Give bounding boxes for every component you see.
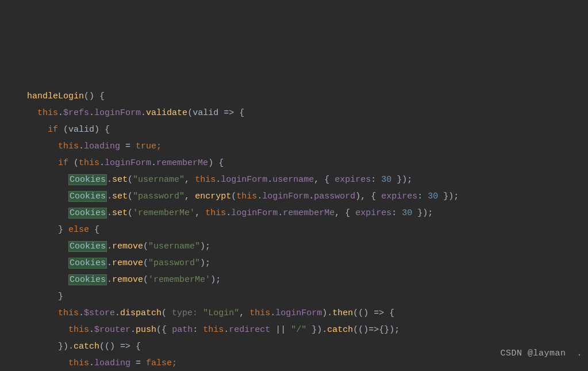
brace-close: } [58, 225, 68, 235]
method-then: then [332, 308, 353, 318]
code-line: } else { [11, 225, 99, 235]
keyword-this: this [37, 108, 58, 118]
highlight-cookies: Cookies [68, 191, 107, 202]
method-remove: remove [112, 275, 143, 285]
highlight-cookies: Cookies [68, 274, 107, 285]
code-line: if (valid) { [11, 125, 110, 135]
paren-open: ( [68, 158, 79, 168]
property: loginForm [221, 175, 267, 185]
equals: = [130, 358, 146, 368]
condition: (valid) { [58, 125, 110, 135]
property: loginForm [231, 208, 278, 218]
brace-close: } [58, 292, 63, 301]
property: $router [94, 325, 130, 335]
semicolon: ; [172, 358, 177, 368]
highlight-cookies: Cookies [68, 174, 107, 185]
keyword-if: if [48, 125, 58, 135]
code-line: Cookies.remove("username"); [11, 241, 210, 252]
keyword-this: this [79, 158, 99, 168]
property: $store [84, 308, 115, 318]
code-line: Cookies.set('rememberMe', this.loginForm… [11, 208, 433, 219]
highlight-cookies: Cookies [68, 258, 107, 269]
method-catch: catch [74, 342, 99, 351]
code-line: handleLogin() { [11, 91, 105, 101]
string-literal: 'rememberMe' [133, 208, 195, 218]
code-line: }).catch(() => { [11, 342, 141, 351]
code-line: if (this.loginForm.rememberMe) { [11, 158, 224, 168]
brace-open: { [89, 225, 99, 235]
code-line: this.loading = false; [11, 358, 177, 368]
code-line: this.$refs.loginForm.validate(valid => { [11, 108, 244, 118]
keyword-this: this [58, 308, 79, 318]
highlight-cookies: Cookies [68, 241, 107, 252]
keyword-false: false [146, 358, 172, 368]
method-remove: remove [112, 258, 143, 268]
method-call: validate [146, 108, 187, 118]
number-literal: 30 [381, 175, 391, 185]
code-line: Cookies.remove('rememberMe'); [11, 274, 221, 285]
property: loading [94, 358, 130, 368]
keyword-this: this [249, 308, 270, 318]
string-literal: "Login" [203, 308, 239, 318]
property: expires [335, 175, 371, 185]
arrow: => { [368, 308, 394, 318]
keyword-true: true [136, 141, 156, 151]
arrow-fn: (()=>{}); [353, 325, 399, 335]
property: expires [381, 192, 417, 201]
code-line: this.$store.dispatch( type: "Login", thi… [11, 308, 394, 318]
property: username [272, 175, 314, 185]
property: rememberMe [156, 158, 208, 168]
keyword-this: this [203, 325, 224, 335]
method-set: set [112, 208, 128, 218]
function-call: encrypt [195, 192, 231, 201]
chain-close: }). [58, 342, 74, 351]
parameter-hint: type: [167, 308, 203, 318]
paren-close: ) { [208, 158, 224, 168]
parameter: valid [193, 108, 218, 118]
string-literal: "password" [133, 192, 185, 201]
code-line: this.loading = true; [11, 141, 162, 151]
property: loginForm [105, 158, 151, 168]
property: rememberMe [283, 208, 335, 218]
method-remove: remove [112, 242, 143, 251]
method-set: set [112, 175, 128, 185]
number-literal: 30 [402, 208, 412, 218]
code-line: Cookies.set("username", this.loginForm.u… [11, 174, 412, 185]
property: loginForm [94, 108, 141, 118]
arrow: => { [218, 108, 244, 118]
property: expires [355, 208, 391, 218]
code-line: Cookies.remove("password"); [11, 258, 210, 269]
number-literal: 30 [428, 192, 438, 201]
watermark-text: CSDN @layman . [500, 345, 582, 362]
or-operator: || [270, 325, 291, 335]
keyword-this: this [58, 141, 79, 151]
method-push: push [136, 325, 156, 335]
property: loading [84, 141, 120, 151]
string-literal: "username" [133, 175, 185, 185]
keyword-if: if [58, 158, 68, 168]
method-set: set [112, 192, 128, 201]
keyword-this: this [205, 208, 226, 218]
keyword-this: this [236, 192, 257, 201]
keyword-this: this [68, 358, 89, 368]
property: loginForm [275, 308, 322, 318]
function-name: handleLogin [27, 91, 84, 101]
property: password [314, 192, 355, 201]
punctuation: () { [84, 91, 105, 101]
string-literal: "/" [291, 325, 306, 335]
keyword-this: this [195, 175, 216, 185]
string-literal: "password" [148, 258, 200, 268]
arrow-fn: (() => { [99, 342, 141, 351]
property: $refs [63, 108, 89, 118]
method-dispatch: dispatch [120, 308, 162, 318]
method-catch: catch [327, 325, 353, 335]
code-editor[interactable]: handleLogin() { this.$refs.loginForm.val… [0, 67, 588, 371]
code-line: } [11, 292, 63, 301]
code-line: this.$router.push({ path: this.redirect … [11, 325, 399, 335]
semicolon: ; [156, 141, 162, 151]
keyword-else: else [68, 225, 89, 235]
string-literal: "username" [148, 242, 200, 251]
string-literal: 'rememberMe' [148, 275, 210, 285]
property: redirect [229, 325, 270, 335]
keyword-this: this [68, 325, 89, 335]
